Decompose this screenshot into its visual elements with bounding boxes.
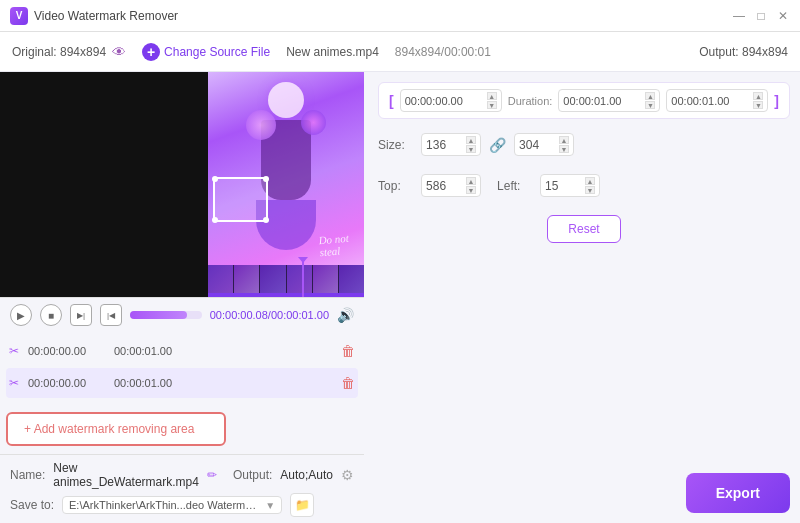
settings-icon[interactable]: ⚙ [341, 467, 354, 483]
selection-overlay[interactable] [213, 177, 268, 222]
add-watermark-label: + Add watermark removing area [24, 422, 194, 436]
start-time-up[interactable]: ▲ [487, 92, 497, 100]
save-label: Save to: [10, 498, 54, 512]
reset-button[interactable]: Reset [547, 215, 620, 243]
handle-br [263, 217, 269, 223]
folder-browse-button[interactable]: 📁 [290, 493, 314, 517]
original-label: Original: 894x894 [12, 45, 106, 59]
handle-tr [263, 176, 269, 182]
file-info-label: 894x894/00:00:01 [395, 45, 491, 59]
change-source-label: Change Source File [164, 45, 270, 59]
scissors-icon-2: ✂ [6, 375, 22, 391]
start-time-field[interactable] [405, 95, 485, 107]
duration-field[interactable] [563, 95, 643, 107]
export-button[interactable]: Export [686, 473, 790, 513]
maximize-button[interactable]: □ [754, 9, 768, 23]
dropdown-arrow-icon: ▼ [265, 500, 275, 511]
delete-row-1[interactable]: 🗑 [338, 343, 358, 359]
left-field[interactable] [545, 179, 585, 193]
thumb-5 [313, 265, 338, 293]
volume-icon[interactable]: 🔊 [337, 307, 354, 323]
left-panel: Do notsteal ▶ ■ [0, 72, 364, 523]
duration-label: Duration: [508, 95, 553, 107]
position-row: Top: ▲ ▼ Left: ▲ ▼ [378, 170, 790, 201]
thumb-2 [234, 265, 259, 293]
step-back-button[interactable]: |◀ [100, 304, 122, 326]
end-time-spinners: ▲ ▼ [753, 92, 763, 109]
left-down[interactable]: ▼ [585, 186, 595, 194]
top-down[interactable]: ▼ [466, 186, 476, 194]
play-button[interactable]: ▶ [10, 304, 32, 326]
height-field[interactable] [519, 138, 559, 152]
name-value: New animes_DeWatermark.mp4 [53, 461, 199, 489]
size-label: Size: [378, 138, 413, 152]
start-time-spinners: ▲ ▼ [487, 92, 497, 109]
height-down[interactable]: ▼ [559, 145, 569, 153]
top-field[interactable] [426, 179, 466, 193]
thumb-1 [208, 265, 233, 293]
end-time-field[interactable] [671, 95, 751, 107]
duration-input[interactable]: ▲ ▼ [558, 89, 660, 112]
add-watermark-button[interactable]: + Add watermark removing area [6, 412, 226, 446]
start-time-down[interactable]: ▼ [487, 101, 497, 109]
width-down[interactable]: ▼ [466, 145, 476, 153]
progress-track[interactable] [130, 311, 202, 319]
start-time-input[interactable]: ▲ ▼ [400, 89, 502, 112]
height-up[interactable]: ▲ [559, 136, 569, 144]
timeline-area: ✂ 00:00:00.00 00:00:01.00 🗑 ✂ 00:00:00.0… [0, 332, 364, 404]
plus-icon: + [142, 43, 160, 61]
main-area: Do notsteal ▶ ■ [0, 72, 800, 523]
timeline-row-1: ✂ 00:00:00.00 00:00:01.00 🗑 [6, 336, 358, 366]
app-logo: V [10, 7, 28, 25]
change-source-button[interactable]: + Change Source File [142, 43, 270, 61]
close-button[interactable]: ✕ [776, 9, 790, 23]
size-row: Size: ▲ ▼ 🔗 ▲ ▼ [378, 129, 790, 160]
flower-right [301, 110, 326, 135]
width-input[interactable]: ▲ ▼ [421, 133, 481, 156]
logo-text: V [16, 10, 23, 21]
char-head [268, 82, 304, 118]
timeline-start-2: 00:00:00.00 [28, 377, 108, 389]
top-up[interactable]: ▲ [466, 177, 476, 185]
width-spinners: ▲ ▼ [466, 136, 476, 153]
end-time-input[interactable]: ▲ ▼ [666, 89, 768, 112]
bottom-bar: Name: New animes_DeWatermark.mp4 ✏ Outpu… [0, 454, 364, 523]
playhead [302, 261, 304, 297]
watermark-text: Do notsteal [318, 232, 350, 259]
height-spinners: ▲ ▼ [559, 136, 569, 153]
folder-dropdown[interactable]: E:\ArkThinker\ArkThin...deo Watermark Re… [62, 496, 282, 514]
delete-row-2[interactable]: 🗑 [338, 375, 358, 391]
duration-down[interactable]: ▼ [645, 101, 655, 109]
top-input[interactable]: ▲ ▼ [421, 174, 481, 197]
thumb-6 [339, 265, 364, 293]
minimize-button[interactable]: — [732, 9, 746, 23]
width-up[interactable]: ▲ [466, 136, 476, 144]
duration-up[interactable]: ▲ [645, 92, 655, 100]
step-forward-button[interactable]: ▶| [70, 304, 92, 326]
time-display: 00:00:00.08/00:00:01.00 [210, 309, 329, 321]
left-input[interactable]: ▲ ▼ [540, 174, 600, 197]
end-time-up[interactable]: ▲ [753, 92, 763, 100]
link-dimensions-icon[interactable]: 🔗 [489, 137, 506, 153]
duration-spinners: ▲ ▼ [645, 92, 655, 109]
height-input[interactable]: ▲ ▼ [514, 133, 574, 156]
char-body [261, 120, 311, 200]
thumb-4 [287, 265, 312, 293]
left-up[interactable]: ▲ [585, 177, 595, 185]
eye-icon[interactable]: 👁 [112, 44, 126, 60]
edit-name-icon[interactable]: ✏ [207, 468, 217, 482]
reset-area: Reset [378, 211, 790, 243]
titlebar: V Video Watermark Remover — □ ✕ [0, 0, 800, 32]
end-time-down[interactable]: ▼ [753, 101, 763, 109]
save-row: Save to: E:\ArkThinker\ArkThin...deo Wat… [10, 493, 354, 517]
left-label: Left: [497, 179, 532, 193]
thumb-3 [260, 265, 285, 293]
time-controls: [ ▲ ▼ Duration: ▲ ▼ ▲ ▼ [378, 82, 790, 119]
width-field[interactable] [426, 138, 466, 152]
output-value: Auto;Auto [280, 468, 333, 482]
topbar: Original: 894x894 👁 + Change Source File… [0, 32, 800, 72]
stop-button[interactable]: ■ [40, 304, 62, 326]
thumbnail-strip [208, 265, 364, 293]
app-title: Video Watermark Remover [34, 9, 732, 23]
original-info: Original: 894x894 👁 [12, 44, 126, 60]
